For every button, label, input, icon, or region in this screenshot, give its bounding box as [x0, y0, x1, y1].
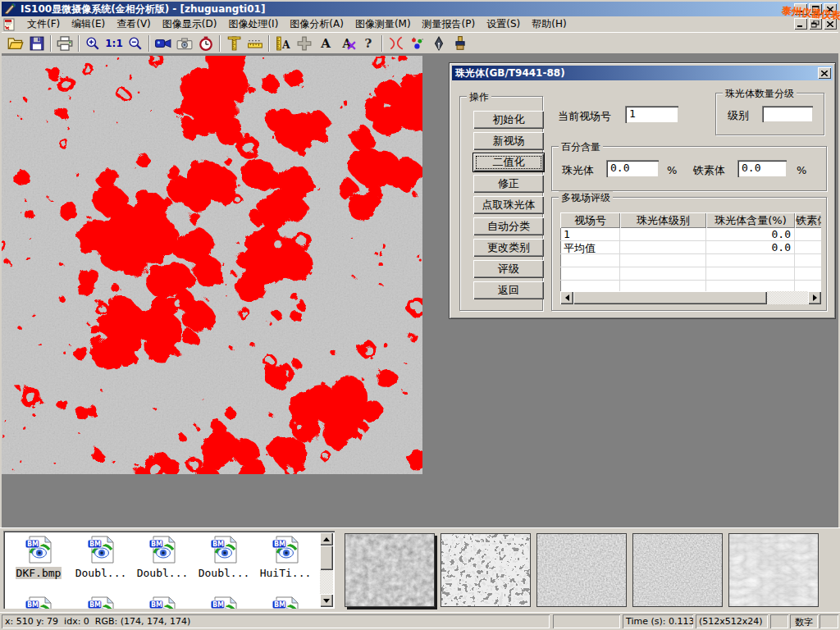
menu-edit[interactable]: 编辑(E) [66, 16, 111, 33]
toolbar-separator [381, 35, 383, 52]
horizontal-ruler-button[interactable] [244, 34, 266, 53]
file-list-scrollbar[interactable] [320, 532, 333, 607]
scroll-down-button[interactable] [320, 594, 333, 607]
scroll-up-button[interactable] [320, 532, 333, 546]
change-class-button[interactable]: 更改类别 [473, 239, 544, 257]
file-item[interactable] [72, 596, 130, 609]
menu-image-display[interactable]: 图像显示(D) [157, 16, 223, 33]
scrollbar-track[interactable] [767, 291, 808, 304]
grading-table[interactable]: 视场号 珠光体级别 珠光体含量(%) 铁素体含量(%) 1 0.0 平均值 0.… [560, 212, 821, 291]
app-icon [4, 2, 17, 16]
metallographic-image[interactable] [2, 56, 422, 474]
menu-help[interactable]: 帮助(H) [526, 16, 572, 33]
delete-annotation-button[interactable]: A [336, 34, 358, 53]
thumbnail-4[interactable] [632, 533, 723, 607]
toolbar-separator [219, 35, 221, 52]
file-item[interactable]: HuiTi... [257, 536, 314, 579]
file-item[interactable] [10, 596, 67, 609]
ferrite-percent-input[interactable]: 0.0 [737, 160, 787, 177]
thumbnail-5[interactable] [728, 533, 819, 607]
file-item[interactable]: Doubl... [72, 536, 130, 579]
count-points-button[interactable] [407, 34, 428, 53]
file-item[interactable]: Doubl... [195, 536, 253, 579]
ferrite-label: 铁素体 [693, 163, 725, 178]
table-row[interactable]: 1 0.0 [560, 228, 821, 241]
timer-button[interactable] [195, 34, 217, 53]
actual-size-button[interactable]: 1:1 [103, 34, 125, 53]
dialog-close-button[interactable] [818, 67, 831, 79]
file-item[interactable] [195, 596, 253, 609]
dialog-title-text: 珠光体(GB/T9441-88) [455, 66, 565, 80]
calibration-button[interactable]: A [272, 34, 294, 53]
zoom-out-button[interactable] [125, 34, 146, 53]
table-horizontal-scrollbar[interactable] [560, 291, 821, 304]
image-size-panel: (512x512x24) [696, 614, 768, 628]
help-button[interactable]: ? [358, 34, 379, 53]
table-row-empty [560, 267, 821, 281]
time-panel: Time (s): 0.113 [623, 614, 693, 628]
toolbar: 1:1 A A A ? [2, 32, 838, 54]
binarize-button[interactable]: 二值化 [473, 153, 544, 171]
menu-view[interactable]: 查看(V) [111, 16, 157, 33]
open-file-button[interactable] [5, 34, 26, 53]
scrollbar-thumb[interactable] [320, 546, 333, 570]
file-item[interactable]: DKF.bmp [10, 536, 67, 579]
ferrite-percent-sign: % [797, 164, 806, 176]
cell-field-no: 平均值 [560, 241, 620, 253]
table-row[interactable]: 平均值 0.0 [560, 241, 821, 254]
status-empty-panel [819, 614, 838, 628]
menu-file[interactable]: 文件(F) [21, 16, 66, 33]
title-bar: IS100显微摄像系统(金相分析版) - [zhuguangti01] [2, 2, 838, 16]
current-field-label: 当前视场号 [558, 109, 611, 124]
file-item[interactable]: Doubl... [134, 536, 191, 579]
capture-camera-button[interactable] [174, 34, 195, 53]
video-camera-button[interactable] [153, 34, 174, 53]
save-button[interactable] [26, 34, 48, 53]
percent-content-group: 百分含量 珠光体 0.0 % 铁素体 0.0 % [551, 146, 827, 191]
status-empty-panel [553, 614, 620, 628]
grade-button[interactable]: 评级 [473, 260, 544, 278]
scrollbar-thumb[interactable] [573, 291, 767, 304]
scroll-left-button[interactable] [560, 291, 573, 304]
menu-report[interactable]: 测量报告(P) [417, 16, 482, 33]
menu-settings[interactable]: 设置(S) [481, 16, 526, 33]
menu-image-measure[interactable]: 图像测量(M) [349, 16, 417, 33]
cell-ferrite-content [795, 241, 821, 253]
thumbnail-2[interactable] [441, 533, 531, 607]
new-field-button[interactable]: 新视场 [473, 132, 544, 150]
toolbar-separator [78, 35, 80, 52]
text-annotation-button[interactable]: A [315, 34, 336, 53]
level-input[interactable] [762, 106, 813, 122]
auto-classify-button[interactable]: 自动分类 [473, 217, 544, 235]
pearlite-label: 珠光体 [562, 163, 594, 178]
scroll-right-button[interactable] [808, 291, 821, 304]
pearlite-percent-input[interactable]: 0.0 [606, 160, 659, 177]
curve-measure-button[interactable] [386, 34, 407, 53]
pen-tool-button[interactable] [428, 34, 450, 53]
file-list[interactable]: DKF.bmp Doubl... Doubl... Doubl... HuiTi… [3, 531, 335, 609]
toolbar-separator [148, 35, 150, 52]
cell-ferrite-content [795, 228, 821, 240]
vertical-ruler-button[interactable] [223, 34, 244, 53]
thumbnail-1[interactable] [345, 533, 435, 607]
menu-image-analysis[interactable]: 图像分析(A) [284, 16, 349, 33]
return-button[interactable]: 返回 [473, 281, 544, 299]
cell-field-no: 1 [560, 228, 620, 240]
print-button[interactable] [54, 34, 75, 53]
correct-button[interactable]: 修正 [473, 175, 544, 193]
zoom-in-button[interactable] [82, 34, 103, 53]
toolbar-separator [50, 35, 52, 52]
thumbnail-3[interactable] [536, 533, 627, 607]
file-item[interactable] [134, 596, 191, 609]
col-field-no: 视场号 [560, 212, 620, 228]
pick-pearlite-button[interactable]: 点取珠光体 [473, 196, 544, 214]
file-item[interactable] [257, 596, 314, 609]
initialize-button[interactable]: 初始化 [473, 111, 544, 129]
current-field-input[interactable]: 1 [625, 106, 678, 123]
brush-tool-button[interactable] [450, 34, 471, 53]
window-title: IS100显微摄像系统(金相分析版) - [zhuguangti01] [21, 2, 265, 16]
move-tool-button[interactable] [294, 34, 315, 53]
table-header-row: 视场号 珠光体级别 珠光体含量(%) 铁素体含量(%) [560, 212, 821, 228]
menu-image-process[interactable]: 图像处理(I) [222, 16, 284, 33]
cell-grade [620, 228, 706, 240]
